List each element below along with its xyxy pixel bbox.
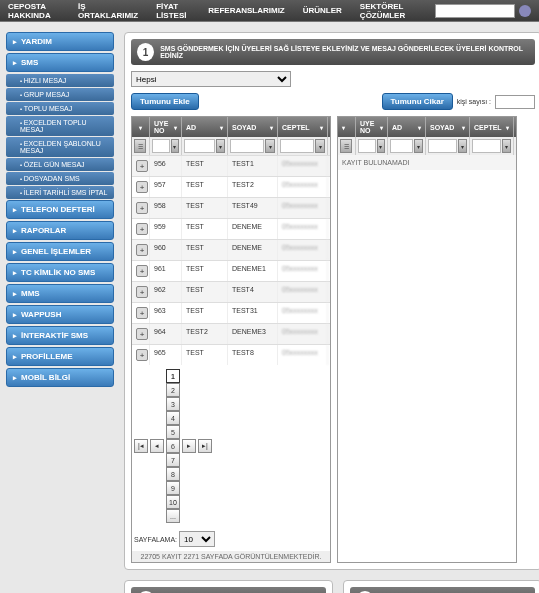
nav-urunler[interactable]: ÜRÜNLER — [303, 6, 342, 15]
filter-btn[interactable]: ▾ — [458, 139, 467, 153]
page-num[interactable]: 1 — [166, 369, 180, 383]
cell-ad: TEST — [182, 198, 228, 218]
filter-icon[interactable]: ☰ — [134, 139, 146, 153]
add-row-button[interactable]: + — [136, 181, 148, 193]
sidebar-group[interactable]: İNTERAKTİF SMS — [6, 326, 114, 345]
filter-ad[interactable] — [184, 139, 215, 153]
remove-all-button[interactable]: Tumunu Cikar — [382, 93, 453, 110]
add-row-button[interactable]: + — [136, 244, 148, 256]
page-last[interactable]: ▸| — [198, 439, 212, 453]
cell-uyeno: 959 — [150, 219, 182, 239]
page-num[interactable]: 9 — [166, 481, 180, 495]
sidebar-group[interactable]: TC KİMLİK NO SMS — [6, 263, 114, 282]
sidebar-group[interactable]: WAPPUSH — [6, 305, 114, 324]
col-ceptel[interactable]: CEPTEL — [278, 117, 328, 137]
sidebar-item[interactable]: İLERİ TARİHLİ SMS İPTAL — [6, 186, 114, 199]
kisi-sayisi-input[interactable] — [495, 95, 535, 109]
page-num[interactable]: 6 — [166, 439, 180, 453]
filter-btn[interactable]: ▾ — [171, 139, 179, 153]
page-num[interactable]: 5 — [166, 425, 180, 439]
sidebar-item[interactable]: GRUP MESAJ — [6, 88, 114, 101]
rcol-ad[interactable]: AD — [388, 117, 426, 137]
sidebar-item[interactable]: ÖZEL GÜN MESAJ — [6, 158, 114, 171]
sidebar-item[interactable]: DOSYADAN SMS — [6, 172, 114, 185]
page-num[interactable]: 3 — [166, 397, 180, 411]
rcol-uyeno[interactable]: UYE NO — [356, 117, 388, 137]
page-next[interactable]: ▸ — [182, 439, 196, 453]
add-row-button[interactable]: + — [136, 286, 148, 298]
sidebar-group[interactable]: RAPORLAR — [6, 221, 114, 240]
add-row-button[interactable]: + — [136, 349, 148, 361]
rfilter-ceptel[interactable] — [472, 139, 501, 153]
add-all-button[interactable]: Tumunu Ekle — [131, 93, 199, 110]
nav-hakkinda[interactable]: CEPOSTA HAKKINDA — [8, 2, 60, 20]
page-first[interactable]: |◂ — [134, 439, 148, 453]
cell-ceptel: 05xxxxxxxx — [278, 282, 328, 302]
nav-sektorel[interactable]: SEKTÖREL ÇÖZÜMLER — [360, 2, 417, 20]
sidebar-group[interactable]: MMS — [6, 284, 114, 303]
table-row: +959TESTDENEME05xxxxxxxx — [132, 218, 330, 239]
cell-uyeno: 957 — [150, 177, 182, 197]
page-num[interactable]: 8 — [166, 467, 180, 481]
add-row-button[interactable]: + — [136, 223, 148, 235]
step3-header: 3 MESAJINIZI YAZINIZZI YAZINIZ — [131, 587, 326, 593]
add-row-button[interactable]: + — [136, 328, 148, 340]
filter-btn[interactable]: ▾ — [377, 139, 385, 153]
page-num[interactable]: ... — [166, 509, 180, 523]
filter-uyeno[interactable] — [152, 139, 170, 153]
filter-btn[interactable]: ▾ — [265, 139, 275, 153]
sidebar-group[interactable]: MOBİL BİLGİ — [6, 368, 114, 387]
sidebar-item[interactable]: HIZLI MESAJ — [6, 74, 114, 87]
cell-uyeno: 956 — [150, 156, 182, 176]
cell-ad: TEST — [182, 156, 228, 176]
nav-fiyat[interactable]: FİYAT LİSTESİ — [156, 2, 190, 20]
col-ad[interactable]: AD — [182, 117, 228, 137]
sidebar-group[interactable]: SMS — [6, 53, 114, 72]
sidebar-group[interactable]: TELEFON DEFTERİ — [6, 200, 114, 219]
rfilter-soyad[interactable] — [428, 139, 457, 153]
cell-ad: TEST — [182, 219, 228, 239]
rcol-ceptel[interactable]: CEPTEL — [470, 117, 514, 137]
add-row-button[interactable]: + — [136, 265, 148, 277]
cell-ad: TEST2 — [182, 324, 228, 344]
filter-btn[interactable]: ▾ — [502, 139, 511, 153]
rcol-soyad[interactable]: SOYAD — [426, 117, 470, 137]
sidebar-item[interactable]: EXCELDEN TOPLU MESAJ — [6, 116, 114, 136]
cell-soyad: TEST49 — [228, 198, 278, 218]
page-num[interactable]: 7 — [166, 453, 180, 467]
rfilter-ad[interactable] — [390, 139, 413, 153]
page-size-select[interactable]: 10 — [179, 531, 215, 547]
sidebar-item[interactable]: EXCELDEN ŞABLONLU MESAJ — [6, 137, 114, 157]
add-row-button[interactable]: + — [136, 160, 148, 172]
filter-btn[interactable]: ▾ — [315, 139, 325, 153]
col-uyeno[interactable]: UYE NO — [150, 117, 182, 137]
cell-soyad: DENEME3 — [228, 324, 278, 344]
filter-soyad[interactable] — [230, 139, 264, 153]
cell-ad: TEST — [182, 240, 228, 260]
sidebar-group[interactable]: GENEL İŞLEMLER — [6, 242, 114, 261]
top-search-input[interactable] — [435, 4, 515, 18]
search-icon[interactable] — [519, 5, 531, 17]
filter-ceptel[interactable] — [280, 139, 314, 153]
add-row-button[interactable]: + — [136, 307, 148, 319]
page-num[interactable]: 4 — [166, 411, 180, 425]
cell-ad: TEST — [182, 345, 228, 365]
filter-btn[interactable]: ▾ — [216, 139, 225, 153]
filter-btn[interactable]: ▾ — [414, 139, 423, 153]
sidebar-group[interactable]: PROFİLLEME — [6, 347, 114, 366]
sidebar-group[interactable]: YARDIM — [6, 32, 114, 51]
cell-ad: TEST — [182, 177, 228, 197]
nav-ortaklar[interactable]: İŞ ORTAKLARIMIZ — [78, 2, 138, 20]
cell-uyeno: 960 — [150, 240, 182, 260]
add-row-button[interactable]: + — [136, 202, 148, 214]
rfilter-uyeno[interactable] — [358, 139, 376, 153]
page-num[interactable]: 10 — [166, 495, 180, 509]
nav-referans[interactable]: REFERANSLARIMIZ — [208, 6, 284, 15]
table-row: +962TESTTEST405xxxxxxxx — [132, 281, 330, 302]
sidebar-item[interactable]: TOPLU MESAJ — [6, 102, 114, 115]
page-num[interactable]: 2 — [166, 383, 180, 397]
filter-icon[interactable]: ☰ — [340, 139, 352, 153]
page-prev[interactable]: ◂ — [150, 439, 164, 453]
group-select[interactable]: Hepsi — [131, 71, 291, 87]
col-soyad[interactable]: SOYAD — [228, 117, 278, 137]
